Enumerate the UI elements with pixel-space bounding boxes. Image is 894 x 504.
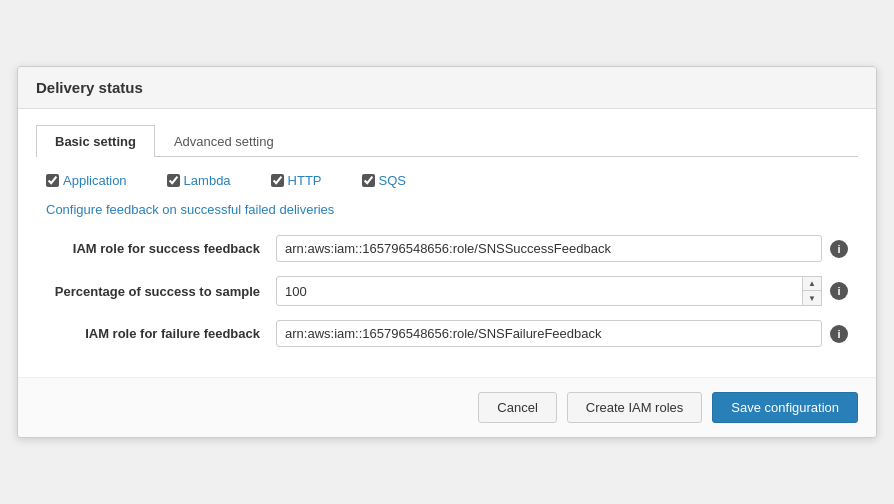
failure-feedback-input[interactable] <box>276 320 822 347</box>
spinner-wrap: ▲ ▼ <box>803 276 822 306</box>
success-feedback-input[interactable] <box>276 235 822 262</box>
success-feedback-input-wrap: i <box>276 235 848 262</box>
create-iam-roles-button[interactable]: Create IAM roles <box>567 392 703 423</box>
failure-feedback-info-icon[interactable]: i <box>830 325 848 343</box>
checkbox-http[interactable]: HTTP <box>271 173 322 188</box>
spinner-up-button[interactable]: ▲ <box>803 277 821 291</box>
checkboxes-row: Application Lambda HTTP SQS <box>36 173 858 188</box>
success-feedback-label: IAM role for success feedback <box>46 241 276 256</box>
success-feedback-row: IAM role for success feedback i <box>36 235 858 262</box>
spinner-down-button[interactable]: ▼ <box>803 291 821 305</box>
tab-basic[interactable]: Basic setting <box>36 125 155 157</box>
failure-feedback-input-wrap: i <box>276 320 848 347</box>
checkbox-lambda-input[interactable] <box>167 174 180 187</box>
percentage-input-wrap: ▲ ▼ i <box>276 276 848 306</box>
checkbox-sqs[interactable]: SQS <box>362 173 406 188</box>
percentage-label: Percentage of success to sample <box>46 284 276 299</box>
checkbox-http-label[interactable]: HTTP <box>288 173 322 188</box>
checkbox-sqs-label[interactable]: SQS <box>379 173 406 188</box>
checkbox-lambda[interactable]: Lambda <box>167 173 231 188</box>
failure-feedback-label: IAM role for failure feedback <box>46 326 276 341</box>
checkbox-http-input[interactable] <box>271 174 284 187</box>
modal-header: Delivery status <box>18 67 876 109</box>
failure-feedback-row: IAM role for failure feedback i <box>36 320 858 347</box>
tab-advanced[interactable]: Advanced setting <box>155 125 293 157</box>
checkbox-application-input[interactable] <box>46 174 59 187</box>
percentage-info-icon[interactable]: i <box>830 282 848 300</box>
modal-body: Basic setting Advanced setting Applicati… <box>18 109 876 377</box>
checkbox-lambda-label[interactable]: Lambda <box>184 173 231 188</box>
success-feedback-info-icon[interactable]: i <box>830 240 848 258</box>
modal-title: Delivery status <box>36 79 858 96</box>
percentage-row: Percentage of success to sample ▲ ▼ i <box>36 276 858 306</box>
cancel-button[interactable]: Cancel <box>478 392 556 423</box>
delivery-status-modal: Delivery status Basic setting Advanced s… <box>17 66 877 438</box>
percentage-spinner-group: ▲ ▼ <box>276 276 822 306</box>
checkbox-application[interactable]: Application <box>46 173 127 188</box>
checkbox-sqs-input[interactable] <box>362 174 375 187</box>
save-configuration-button[interactable]: Save configuration <box>712 392 858 423</box>
tabs-container: Basic setting Advanced setting <box>36 125 858 157</box>
checkbox-application-label[interactable]: Application <box>63 173 127 188</box>
modal-footer: Cancel Create IAM roles Save configurati… <box>18 377 876 437</box>
percentage-input[interactable] <box>276 276 803 306</box>
feedback-note: Configure feedback on successful failed … <box>36 202 858 217</box>
